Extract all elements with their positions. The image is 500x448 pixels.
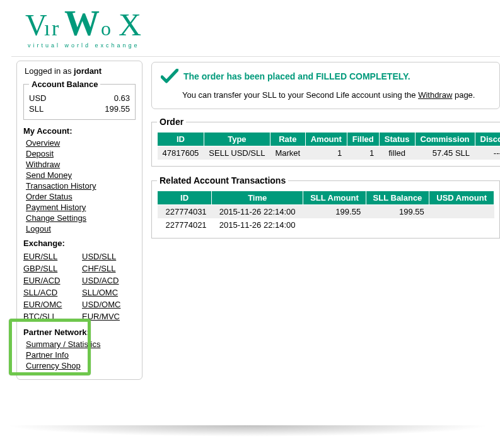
cell-type: SELL USD/SLL (204, 146, 270, 160)
nav-logout[interactable]: Logout (26, 224, 51, 233)
divider (11, 56, 500, 57)
table-row: 227774031 2015-11-26 22:14:00 199.55 199… (158, 205, 494, 219)
col-usd-amount: USD Amount (429, 191, 494, 205)
svg-text:o: o (101, 17, 111, 40)
transactions-panel: Related Account Transactions ID Time SLL… (151, 175, 500, 239)
cell-tx-time: 2015-11-26 22:14:00 (212, 205, 303, 219)
transactions-legend: Related Account Transactions (157, 175, 288, 186)
pair-usd-sll[interactable]: USD/SLL (82, 252, 116, 261)
col-commission: Commission (415, 133, 475, 146)
col-sll-amount: SLL Amount (303, 191, 366, 205)
cell-usd-amount (429, 205, 494, 219)
logo-subtitle: virtual world exchange (28, 42, 500, 49)
nav-partner-summary[interactable]: Summary / Statistics (26, 339, 100, 349)
pair-btc-sll[interactable]: BTC/SLL (23, 312, 57, 321)
nav-withdraw[interactable]: Withdraw (26, 160, 60, 169)
confirmation-text: The order has been placed and FILLED COM… (183, 71, 410, 81)
pair-chf-sll[interactable]: CHF/SLL (82, 264, 115, 273)
nav-currency-shop[interactable]: Currency Shop (26, 361, 81, 370)
col-filled: Filled (347, 133, 379, 146)
nav-order-status[interactable]: Order Status (26, 192, 73, 201)
cell-tx-time: 2015-11-26 22:14:00 (212, 218, 303, 232)
pair-usd-omc[interactable]: USD/OMC (82, 300, 120, 309)
transactions-table: ID Time SLL Amount SLL Balance USD Amoun… (157, 191, 494, 232)
logged-in-prefix: Logged in as (25, 66, 74, 76)
pair-gbp-sll[interactable]: GBP/SLL (23, 264, 57, 273)
my-account-links: Overview Deposit Withdraw Send Money Tra… (23, 138, 136, 233)
col-id: ID (158, 133, 204, 146)
pair-eur-omc[interactable]: EUR/OMC (23, 300, 62, 309)
withdraw-link[interactable]: Withdraw (418, 90, 452, 100)
username: jordant (74, 66, 102, 76)
order-confirmation: The order has been placed and FILLED COM… (151, 62, 500, 109)
col-rate: Rate (270, 133, 305, 146)
col-tx-time: Time (212, 191, 303, 205)
table-row: 227774021 2015-11-26 22:14:00 (158, 218, 494, 232)
order-legend: Order (157, 117, 186, 127)
svg-text:X: X (119, 11, 141, 40)
cell-discount: --- (475, 146, 500, 160)
cell-sll-balance: 199.55 (366, 205, 429, 219)
nav-partner-info[interactable]: Partner Info (26, 350, 69, 360)
cell-rate: Market (270, 146, 305, 160)
cell-commission: 57.45 SLL (415, 146, 475, 160)
logo[interactable]: V ı r W o X virtual world exchange (25, 11, 500, 49)
cell-filled: 1 (347, 146, 379, 160)
exchange-links: EUR/SLL USD/SLL GBP/SLL CHF/SLL EUR/ACD … (23, 251, 136, 322)
partner-links: Summary / Statistics Partner Info Curren… (23, 339, 136, 370)
cell-sll-amount (303, 218, 366, 232)
col-amount: Amount (305, 133, 347, 146)
main-content: The order has been placed and FILLED COM… (151, 61, 500, 247)
col-status: Status (379, 133, 415, 146)
cell-sll-balance (366, 218, 429, 232)
nav-payment-history[interactable]: Payment History (26, 203, 86, 212)
order-table: ID Type Rate Amount Filled Status Commis… (157, 132, 500, 160)
balance-legend: Account Balance (29, 80, 100, 89)
nav-change-settings[interactable]: Change Settings (26, 213, 86, 223)
svg-text:r: r (52, 16, 59, 40)
pair-eur-acd[interactable]: EUR/ACD (23, 276, 61, 285)
svg-text:W: W (64, 11, 100, 40)
balance-amount: 0.63 (114, 93, 130, 103)
cell-sll-amount: 199.55 (303, 205, 366, 219)
partner-heading: Partner Network: (23, 327, 136, 337)
drop-shadow (5, 425, 491, 437)
my-account-heading: My Account: (23, 126, 136, 136)
col-sll-balance: SLL Balance (366, 191, 429, 205)
pair-usd-acd[interactable]: USD/ACD (82, 276, 119, 285)
balance-currency: USD (29, 93, 46, 103)
cell-id: 47817605 (158, 146, 204, 160)
nav-overview[interactable]: Overview (26, 138, 60, 148)
col-type: Type (204, 133, 270, 146)
cell-status: filled (379, 146, 415, 160)
cell-amount: 1 (305, 146, 347, 160)
order-panel: Order ID Type Rate Amount Filled Status … (151, 117, 500, 167)
balance-row: SLL 199.55 (29, 103, 130, 114)
order-row: 47817605 SELL USD/SLL Market 1 1 filled … (158, 146, 501, 160)
pair-eur-sll[interactable]: EUR/SLL (23, 252, 57, 261)
col-tx-id: ID (158, 191, 212, 205)
sidebar: Logged in as jordant Account Balance USD… (16, 61, 142, 380)
balance-row: USD 0.63 (29, 93, 130, 103)
pair-sll-omc[interactable]: SLL/OMC (82, 288, 118, 297)
cell-tx-id: 227774031 (158, 205, 212, 219)
col-discount: Discount (475, 133, 500, 146)
svg-text:ı: ı (44, 16, 50, 40)
balance-amount: 199.55 (105, 104, 130, 114)
cell-tx-id: 227774021 (158, 218, 212, 232)
nav-transaction-history[interactable]: Transaction History (26, 181, 96, 191)
balance-currency: SLL (29, 104, 44, 114)
exchange-heading: Exchange: (23, 239, 136, 248)
cell-usd-amount (429, 218, 494, 232)
nav-deposit[interactable]: Deposit (26, 149, 54, 158)
pair-sll-acd[interactable]: SLL/ACD (23, 288, 57, 297)
nav-send-money[interactable]: Send Money (26, 170, 72, 180)
account-balance-box: Account Balance USD 0.63 SLL 199.55 (23, 80, 136, 120)
confirmation-subtext: You can transfer your SLL to your Second… (182, 90, 491, 100)
pair-eur-mvc[interactable]: EUR/MVC (82, 312, 120, 321)
checkmark-icon (161, 69, 178, 84)
logged-in-status: Logged in as jordant (25, 66, 136, 76)
